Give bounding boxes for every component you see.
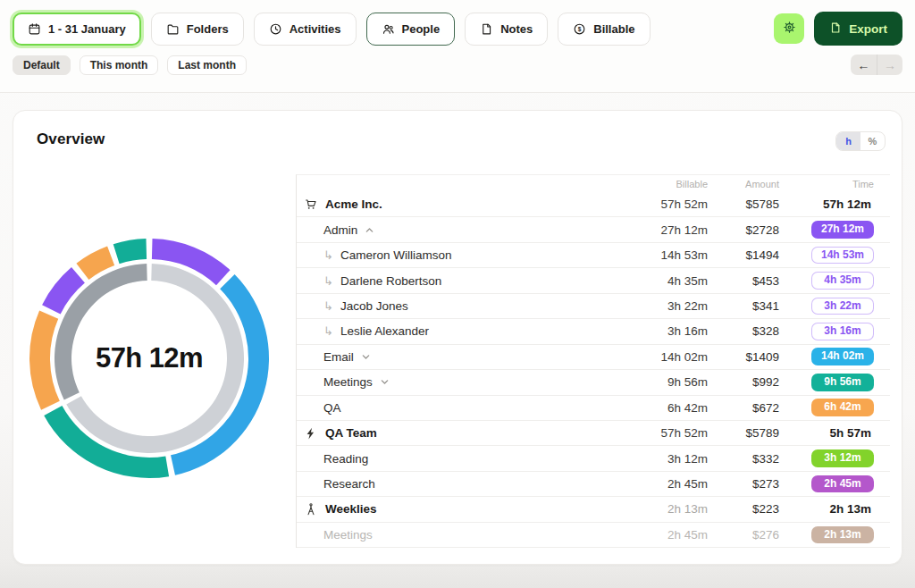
people-icon bbox=[382, 22, 395, 36]
amount-value: $332 bbox=[708, 452, 779, 466]
table-row-meetings[interactable]: Meetings2h 45m$2762h 13m bbox=[297, 523, 890, 548]
table-row-weeklies[interactable]: Weeklies2h 13m$2232h 13m bbox=[297, 497, 890, 522]
billable-value: 2h 13m bbox=[600, 502, 708, 516]
date-range-button[interactable]: 1 - 31 January bbox=[13, 13, 141, 46]
sub-row-arrow-icon: ↳ bbox=[323, 249, 333, 261]
time-badge: 3h 16m bbox=[811, 323, 874, 340]
amount-value: $1494 bbox=[708, 248, 779, 262]
tab-activities-label: Activities bbox=[290, 22, 341, 36]
chevron-down-icon[interactable] bbox=[381, 379, 389, 385]
table-row-email[interactable]: Email14h 02m$140914h 02m bbox=[297, 345, 890, 370]
billable-value: 3h 12m bbox=[600, 452, 708, 466]
time-badge: 3h 12m bbox=[811, 449, 874, 467]
table-row-research[interactable]: Research2h 45m$2732h 45m bbox=[297, 472, 890, 497]
row-name-cell: Admin bbox=[297, 223, 600, 237]
arrow-right-icon[interactable]: → bbox=[877, 55, 902, 75]
tab-activities[interactable]: Activities bbox=[254, 13, 357, 46]
tower-icon bbox=[304, 502, 318, 517]
tab-folders-label: Folders bbox=[187, 22, 229, 36]
row-name-cell: Email bbox=[297, 350, 600, 364]
sub-row-arrow-icon: ↳ bbox=[323, 300, 333, 312]
table-header: Billable Amount Time bbox=[297, 175, 890, 192]
billable-value: 14h 02m bbox=[600, 350, 708, 364]
amount-value: $341 bbox=[708, 299, 779, 313]
time-value: 2h 13m bbox=[829, 502, 871, 516]
time-cell: 3h 16m bbox=[779, 323, 891, 340]
table-row-reading[interactable]: Reading3h 12m$3323h 12m bbox=[297, 446, 890, 471]
row-label: Leslie Alexander bbox=[340, 324, 429, 338]
billable-value: 27h 12m bbox=[600, 223, 708, 237]
billable-value: 3h 16m bbox=[600, 324, 708, 338]
page-title: Overview bbox=[37, 130, 105, 148]
row-label: Acme Inc. bbox=[325, 197, 382, 211]
row-label: Reading bbox=[323, 452, 368, 466]
col-header-time: Time bbox=[779, 179, 891, 189]
col-header-billable: Billable bbox=[600, 179, 708, 189]
time-cell: 2h 13m bbox=[779, 502, 891, 516]
table-row-meetings[interactable]: Meetings9h 56m$9929h 56m bbox=[297, 370, 890, 395]
table-row-jacob-jones[interactable]: ↳Jacob Jones3h 22m$3413h 22m bbox=[297, 294, 890, 319]
amount-value: $328 bbox=[708, 324, 779, 338]
donut-chart: 57h 12m bbox=[20, 229, 279, 488]
filter-chip-last-month[interactable]: Last month bbox=[167, 55, 247, 75]
tab-folders[interactable]: Folders bbox=[151, 13, 244, 46]
tab-people-label: People bbox=[402, 22, 441, 36]
billable-value: 2h 45m bbox=[600, 528, 708, 542]
arrow-left-icon[interactable]: ← bbox=[851, 55, 877, 75]
filter-chip-default[interactable]: Default bbox=[13, 55, 71, 75]
overview-card: Overview h % 57h 12m Billable Amount Tim… bbox=[13, 110, 902, 565]
table-body: Acme Inc.57h 52m$578557h 12mAdmin27h 12m… bbox=[297, 192, 890, 548]
toolbar-row-filters: Default This month Last month ← → bbox=[13, 55, 902, 75]
row-label: Email bbox=[323, 350, 354, 364]
date-range-label: 1 - 31 January bbox=[48, 22, 126, 36]
row-name-cell: Meetings bbox=[297, 528, 600, 542]
time-badge: 3h 22m bbox=[811, 298, 874, 315]
row-name-cell: ↳Darlene Robertson bbox=[297, 274, 600, 288]
cart-icon bbox=[304, 197, 318, 212]
billable-value: 14h 53m bbox=[600, 248, 708, 262]
row-name-cell: Weeklies bbox=[297, 502, 600, 517]
tab-notes-label: Notes bbox=[500, 22, 533, 36]
export-button[interactable]: Export bbox=[814, 12, 902, 46]
table-row-acme-inc-[interactable]: Acme Inc.57h 52m$578557h 12m bbox=[297, 192, 890, 217]
bolt-icon bbox=[304, 426, 318, 441]
time-badge: 14h 53m bbox=[811, 247, 874, 265]
billable-value: 9h 56m bbox=[600, 375, 708, 389]
row-label: Meetings bbox=[323, 375, 373, 389]
chevron-up-icon[interactable] bbox=[365, 227, 374, 233]
row-label: QA bbox=[323, 401, 341, 415]
tab-notes[interactable]: Notes bbox=[465, 13, 548, 46]
table-row-qa-team[interactable]: QA Team57h 52m$57895h 57m bbox=[297, 421, 890, 446]
table-row-cameron-williamson[interactable]: ↳Cameron Williamson14h 53m$149414h 53m bbox=[297, 243, 890, 268]
billable-value: 57h 52m bbox=[600, 197, 708, 211]
table-row-darlene-robertson[interactable]: ↳Darlene Robertson4h 35m$4534h 35m bbox=[297, 268, 890, 293]
row-label: Weeklies bbox=[325, 502, 377, 516]
row-name-cell: Meetings bbox=[297, 375, 600, 389]
table-row-admin[interactable]: Admin27h 12m$272827h 12m bbox=[297, 217, 890, 242]
unit-toggle-hours[interactable]: h bbox=[836, 132, 860, 150]
row-label: Darlene Robertson bbox=[340, 274, 441, 288]
dollar-icon: $ bbox=[573, 22, 586, 36]
filter-chip-this-month[interactable]: This month bbox=[80, 55, 159, 75]
table-row-leslie-alexander[interactable]: ↳Leslie Alexander3h 16m$3283h 16m bbox=[297, 319, 890, 344]
amount-value: $273 bbox=[708, 477, 779, 491]
time-badge: 14h 02m bbox=[811, 348, 874, 365]
row-name-cell: Acme Inc. bbox=[297, 197, 600, 212]
svg-text:$: $ bbox=[578, 26, 582, 33]
chip-label: This month bbox=[90, 59, 148, 71]
col-header-amount: Amount bbox=[708, 179, 779, 189]
settings-button[interactable] bbox=[774, 13, 804, 44]
tab-people[interactable]: People bbox=[366, 13, 456, 46]
chevron-down-icon[interactable] bbox=[362, 354, 370, 360]
calendar-icon bbox=[28, 22, 41, 36]
row-name-cell: Research bbox=[297, 477, 600, 491]
time-cell: 6h 42m bbox=[779, 399, 891, 416]
row-name-cell: Reading bbox=[297, 452, 600, 466]
row-label: Meetings bbox=[323, 528, 373, 542]
unit-toggle-percent[interactable]: % bbox=[860, 132, 885, 150]
billable-value: 6h 42m bbox=[600, 401, 708, 415]
gear-icon bbox=[782, 20, 797, 38]
table-row-qa[interactable]: QA6h 42m$6726h 42m bbox=[297, 396, 890, 421]
tab-billable[interactable]: $ Billable bbox=[558, 13, 650, 46]
time-badge: 9h 56m bbox=[811, 374, 874, 391]
